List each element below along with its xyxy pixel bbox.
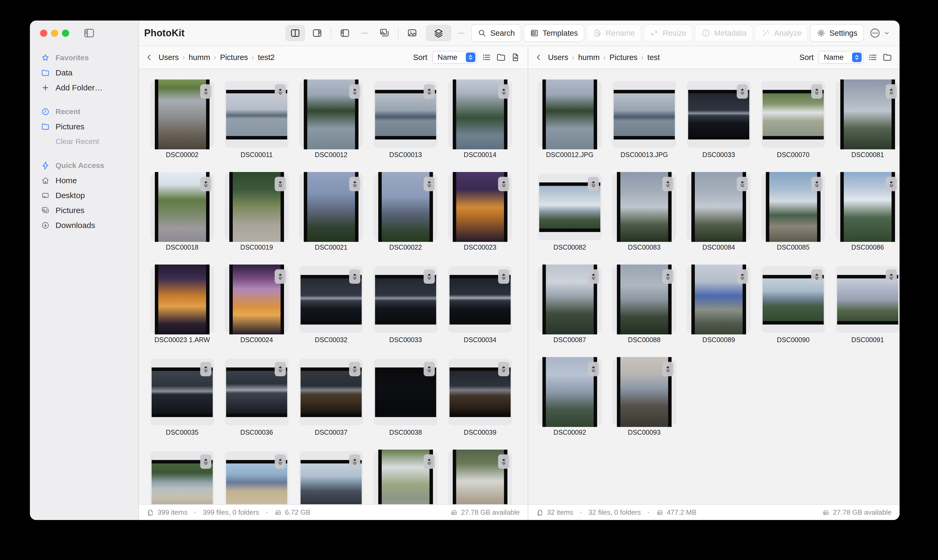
sidebar-item-pictures[interactable]: Pictures	[37, 119, 131, 134]
photo-item[interactable]: DSC00084	[687, 174, 751, 240]
list-view-icon[interactable]	[868, 52, 878, 62]
photo-item[interactable]: DSC00086	[836, 174, 899, 240]
photo-item[interactable]: DSC00019	[225, 174, 288, 240]
photo-item[interactable]: DSC00021	[299, 174, 363, 240]
photo-item[interactable]: DSC00037	[299, 358, 363, 425]
analyze-button[interactable]: Analyze	[755, 24, 808, 42]
view-button-panel-right[interactable]	[307, 25, 327, 42]
sidebar-item-desktop[interactable]: Desktop	[37, 188, 131, 203]
close-window-button[interactable]	[40, 29, 47, 37]
photo-item[interactable]: DSC00085	[761, 174, 825, 240]
photo-item[interactable]: DSC00081	[836, 81, 899, 148]
sidebar-item-home[interactable]: Home	[37, 173, 131, 188]
layers-icon	[278, 180, 283, 188]
zoom-window-button[interactable]	[62, 29, 69, 37]
photo-item[interactable]: DSC00087	[538, 266, 602, 333]
plus-icon	[40, 83, 51, 92]
photo-grid-scroll-area[interactable]: DSC00002DSC00011DSC00012DSC00013DSC00014…	[139, 69, 528, 504]
stack-badge	[424, 177, 435, 191]
sidebar-item-data[interactable]: Data	[37, 65, 131, 80]
photo-item[interactable]: DSC00038	[374, 358, 438, 425]
photo-item[interactable]: DSC00034	[448, 266, 512, 333]
photo-item[interactable]: DSC00039	[448, 358, 512, 425]
photo-item[interactable]: DSC00014	[448, 81, 512, 148]
media-button-photo[interactable]	[402, 25, 422, 42]
minimize-window-button[interactable]	[51, 29, 58, 37]
layers-icon	[591, 273, 596, 280]
folder-view-icon[interactable]	[882, 52, 892, 62]
sidebar-item-downloads[interactable]: Downloads	[37, 218, 131, 233]
photo-item[interactable]: DSC00033	[374, 266, 438, 333]
photo-item[interactable]	[225, 451, 288, 504]
photo-item[interactable]: DSC00011	[225, 81, 288, 148]
back-chevron-icon[interactable]	[145, 53, 153, 62]
breadcrumb-segment[interactable]: humm	[189, 53, 210, 62]
photo-item[interactable]: DSC00070	[761, 81, 825, 148]
photo-item[interactable]: DSC00092	[538, 358, 602, 425]
photo-item[interactable]: DSC00088	[612, 266, 676, 333]
photo-item[interactable]: DSC00022	[374, 174, 438, 240]
photo-item[interactable]: DSC00036	[225, 358, 288, 425]
rename-button[interactable]: Rename	[586, 24, 642, 42]
search-button[interactable]: Search	[471, 24, 521, 42]
photo-item[interactable]: DSC00090	[761, 266, 825, 333]
layers-icon	[665, 180, 671, 188]
photo-item[interactable]: DSC00093	[612, 358, 676, 425]
photo-item[interactable]: DSC00023	[448, 174, 512, 240]
templates-button[interactable]: Templates	[523, 24, 584, 42]
settings-button[interactable]: Settings	[810, 24, 864, 42]
breadcrumb-segment[interactable]: test2	[258, 53, 275, 62]
breadcrumb-segment[interactable]: Pictures	[609, 53, 637, 62]
layers-toggle-button[interactable]	[426, 25, 451, 42]
photo-item[interactable]	[448, 451, 512, 504]
view-button-panel-left[interactable]	[335, 25, 355, 42]
photo-item[interactable]: DSC00013	[374, 81, 438, 148]
breadcrumb-segment[interactable]: Pictures	[220, 53, 248, 62]
sidebar-item-pictures[interactable]: Pictures	[37, 203, 131, 218]
sidebar-section-label: Favorites	[56, 54, 89, 62]
breadcrumb-segment[interactable]: Users	[159, 53, 179, 62]
download-icon	[40, 221, 51, 229]
photo-item[interactable]: DSC00033	[687, 81, 751, 148]
breadcrumb-segment[interactable]: test	[647, 53, 660, 62]
sort-select[interactable]: Name	[818, 51, 863, 64]
document-view-icon[interactable]	[511, 52, 520, 62]
more-menu-button[interactable]	[869, 27, 890, 39]
photo-item[interactable]: DSC00089	[687, 266, 751, 333]
layers-icon	[352, 273, 358, 280]
stack-badge	[498, 177, 509, 191]
photo-item[interactable]	[374, 451, 438, 504]
sort-select[interactable]: Name	[432, 51, 477, 64]
photo-item[interactable]: DSC00013.JPG	[612, 81, 676, 148]
rename-icon	[593, 29, 602, 38]
photo-item[interactable]: DSC00023 1.ARW	[150, 266, 214, 333]
sidebar-toggle-icon[interactable]	[83, 27, 95, 39]
photo-item[interactable]: DSC00082	[538, 174, 602, 240]
photo-item[interactable]: DSC00032	[299, 266, 363, 333]
back-chevron-icon[interactable]	[535, 53, 543, 62]
photo-item[interactable]: DSC00018	[150, 174, 214, 240]
photo-item[interactable]: DSC00012	[299, 81, 363, 148]
sidebar-item-add-folder[interactable]: Add Folder…	[37, 80, 131, 95]
breadcrumb-segment[interactable]: Users	[548, 53, 568, 62]
breadcrumb-segment[interactable]: humm	[578, 53, 600, 62]
photo-item[interactable]	[299, 451, 363, 504]
photo-grid-scroll-area[interactable]: DSC00012.JPGDSC00013.JPGDSC00033DSC00070…	[528, 69, 899, 504]
photo-item[interactable]: DSC00035	[150, 358, 214, 425]
metadata-button-label: Metadata	[714, 29, 746, 38]
list-view-icon[interactable]	[482, 52, 491, 62]
metadata-button[interactable]: Metadata	[695, 24, 753, 42]
photo-item[interactable]: DSC00091	[836, 266, 899, 333]
photo-item[interactable]: DSC00024	[225, 266, 288, 333]
view-mode-buttons	[285, 25, 355, 42]
photo-item[interactable]: DSC00012.JPG	[538, 81, 602, 148]
photo-item[interactable]: DSC00002	[150, 81, 214, 148]
stack-badge	[349, 177, 360, 191]
sidebar-item-clear-recent[interactable]: Clear Recent	[37, 134, 131, 149]
view-button-split-columns[interactable]	[285, 25, 305, 42]
folder-view-icon[interactable]	[496, 52, 506, 62]
photo-item[interactable]: DSC00083	[612, 174, 676, 240]
resize-button[interactable]: Resize	[643, 24, 693, 42]
media-button-photos-stack[interactable]	[375, 25, 394, 42]
photo-item[interactable]	[150, 451, 214, 504]
